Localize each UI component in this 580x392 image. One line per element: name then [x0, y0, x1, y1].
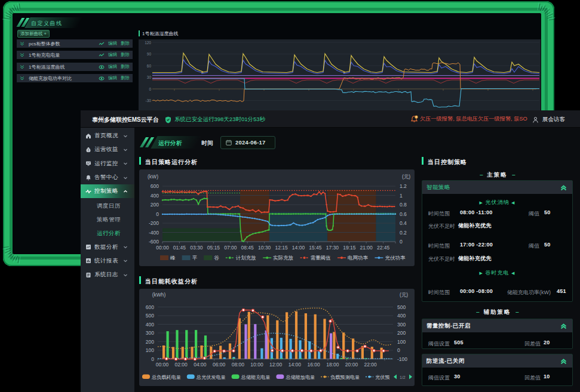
svg-text:1: 1: [400, 193, 403, 199]
svg-text:10:30: 10:30: [258, 245, 271, 251]
svg-text:-30: -30: [146, 98, 152, 103]
svg-text:(kWh): (kWh): [152, 292, 166, 298]
svg-text:18:00: 18:00: [326, 362, 339, 368]
svg-text:600: 600: [151, 183, 159, 189]
svg-text:0: 0: [156, 211, 159, 217]
svg-text:总储能放电量: 总储能放电量: [285, 375, 315, 380]
svg-text:12:15: 12:15: [275, 245, 288, 251]
svg-text:-200: -200: [149, 220, 159, 226]
svg-text:07:00: 07:00: [224, 245, 237, 251]
svg-text:400: 400: [151, 193, 159, 199]
svg-text:90: 90: [147, 52, 152, 56]
svg-text:0.8: 0.8: [400, 202, 407, 208]
svg-text:谷: 谷: [214, 255, 219, 261]
svg-text:200: 200: [146, 339, 154, 345]
svg-text:14:00: 14:00: [289, 362, 302, 368]
svg-text:100: 100: [146, 347, 154, 353]
svg-text:300: 300: [146, 330, 154, 336]
svg-text:峰: 峰: [170, 255, 176, 261]
svg-text:200: 200: [397, 330, 406, 336]
svg-text:06:00: 06:00: [213, 362, 226, 368]
svg-text:08:00: 08:00: [232, 362, 245, 368]
svg-text:0: 0: [400, 239, 403, 245]
svg-text:1/2: 1/2: [400, 375, 406, 379]
svg-text:0: 0: [149, 87, 151, 91]
svg-text:总负载耗电量: 总负载耗电量: [151, 375, 181, 380]
svg-text:08:45: 08:45: [241, 245, 254, 251]
svg-text:300: 300: [397, 322, 406, 328]
svg-text:00:00: 00:00: [156, 362, 169, 368]
svg-text:600: 600: [146, 304, 154, 310]
svg-text:1.2: 1.2: [400, 183, 407, 189]
svg-text:平: 平: [192, 255, 198, 261]
svg-text:总光伏发电量: 总光伏发电量: [196, 375, 226, 380]
svg-text:22:00: 22:00: [364, 362, 378, 368]
svg-text:0.4: 0.4: [400, 220, 407, 226]
svg-text:01:45: 01:45: [173, 245, 186, 251]
svg-text:400: 400: [397, 313, 406, 319]
svg-text:14:00: 14:00: [292, 245, 305, 251]
svg-text:-600: -600: [149, 239, 159, 245]
svg-text:17:30: 17:30: [326, 245, 339, 251]
svg-text:0.2: 0.2: [400, 230, 407, 236]
svg-text:04:00: 04:00: [194, 362, 207, 368]
svg-text:-400: -400: [149, 230, 159, 236]
svg-text:-100: -100: [397, 356, 407, 362]
svg-text:120: 120: [145, 41, 151, 45]
svg-text:19:15: 19:15: [343, 245, 356, 251]
svg-text:计划充放: 计划充放: [236, 255, 256, 261]
svg-text:03:30: 03:30: [190, 245, 203, 251]
svg-text:12:00: 12:00: [269, 362, 283, 368]
svg-text:400: 400: [146, 322, 154, 328]
svg-text:0: 0: [151, 356, 154, 362]
svg-text:500: 500: [397, 304, 406, 310]
svg-text:需量阈值: 需量阈值: [311, 255, 332, 261]
svg-text:光伏功率: 光伏功率: [385, 255, 406, 261]
svg-text:16:00: 16:00: [307, 362, 320, 368]
svg-text:100: 100: [397, 339, 406, 345]
svg-text:(kW): (kW): [148, 174, 158, 180]
svg-text:21:00: 21:00: [360, 245, 373, 251]
svg-text:实际充放: 实际充放: [273, 255, 293, 261]
svg-text:0.6: 0.6: [400, 211, 407, 217]
svg-text:22:45: 22:45: [377, 245, 390, 251]
svg-text:30: 30: [147, 75, 152, 79]
svg-text:电网功率: 电网功率: [348, 255, 369, 261]
svg-text:02:00: 02:00: [175, 362, 188, 368]
svg-text:0: 0: [397, 347, 400, 353]
svg-text:总储能充电量: 总储能充电量: [241, 375, 271, 380]
svg-text:200: 200: [151, 202, 159, 208]
svg-text:(元): (元): [400, 292, 408, 298]
svg-text:光伏预: 光伏预: [375, 375, 390, 380]
svg-text:(元): (元): [402, 174, 410, 180]
svg-text:500: 500: [146, 313, 154, 319]
svg-text:60: 60: [147, 64, 152, 68]
svg-text:负载预测电量: 负载预测电量: [330, 375, 360, 380]
svg-text:05:15: 05:15: [207, 245, 220, 251]
svg-text:15:45: 15:45: [309, 245, 322, 251]
svg-text:10:00: 10:00: [250, 362, 263, 368]
svg-text:00:00: 00:00: [156, 245, 169, 251]
svg-text:20:00: 20:00: [345, 362, 358, 368]
